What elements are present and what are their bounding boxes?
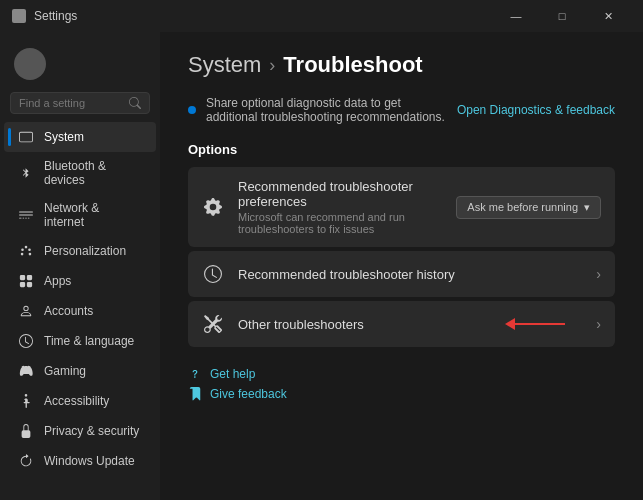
get-help-icon [188, 367, 202, 381]
sidebar-item-bluetooth[interactable]: Bluetooth & devices [4, 152, 156, 194]
windows-update-icon [18, 453, 34, 469]
privacy-icon [18, 423, 34, 439]
close-button[interactable]: ✕ [585, 0, 631, 32]
search-box[interactable] [10, 92, 150, 114]
search-input[interactable] [19, 97, 127, 109]
history-icon [202, 263, 224, 285]
dropdown-chevron-icon: ▾ [584, 201, 590, 214]
titlebar-title: Settings [34, 9, 77, 23]
dropdown-label: Ask me before running [467, 201, 578, 213]
bluetooth-label: Bluetooth & devices [44, 159, 142, 187]
other-troubleshooters-title: Other troubleshooters [238, 317, 582, 332]
time-label: Time & language [44, 334, 134, 348]
history-right: › [596, 266, 601, 282]
network-icon [18, 207, 34, 223]
maximize-button[interactable]: □ [539, 0, 585, 32]
other-chevron-right-icon: › [596, 316, 601, 332]
sidebar-item-windows-update[interactable]: Windows Update [4, 446, 156, 476]
other-right: › [596, 316, 601, 332]
username-label [54, 57, 57, 71]
sidebar-item-accessibility[interactable]: Accessibility [4, 386, 156, 416]
accounts-icon [18, 303, 34, 319]
gaming-icon [18, 363, 34, 379]
apps-label: Apps [44, 274, 71, 288]
bluetooth-icon [18, 165, 34, 181]
breadcrumb-parent[interactable]: System [188, 52, 261, 78]
sidebar-item-privacy[interactable]: Privacy & security [4, 416, 156, 446]
breadcrumb-separator: › [269, 55, 275, 76]
system-label: System [44, 130, 84, 144]
main-content: System › Troubleshoot Share optional dia… [160, 32, 643, 500]
personalization-icon [18, 243, 34, 259]
sidebar-item-personalization[interactable]: Personalization [4, 236, 156, 266]
accounts-label: Accounts [44, 304, 93, 318]
troubleshooter-history-text: Recommended troubleshooter history [238, 267, 582, 282]
give-feedback-link[interactable]: Give feedback [188, 387, 615, 401]
breadcrumb-current: Troubleshoot [283, 52, 422, 78]
app-body: System Bluetooth & devices Network & int… [0, 32, 643, 500]
search-icon [129, 97, 141, 109]
breadcrumb: System › Troubleshoot [188, 52, 615, 78]
sidebar-user [0, 40, 160, 88]
info-banner: Share optional diagnostic data to get ad… [188, 96, 615, 124]
minimize-button[interactable]: — [493, 0, 539, 32]
recommended-prefs-subtitle: Microsoft can recommend and run troubles… [238, 211, 442, 235]
give-feedback-icon [188, 387, 202, 401]
ask-before-running-dropdown[interactable]: Ask me before running ▾ [456, 196, 601, 219]
open-diagnostics-link[interactable]: Open Diagnostics & feedback [457, 103, 615, 117]
window-controls: — □ ✕ [493, 0, 631, 32]
sidebar-item-time[interactable]: Time & language [4, 326, 156, 356]
accessibility-icon [18, 393, 34, 409]
windows-update-label: Windows Update [44, 454, 135, 468]
recommended-prefs-option[interactable]: Recommended troubleshooter preferences M… [188, 167, 615, 247]
accessibility-label: Accessibility [44, 394, 109, 408]
footer-links: Get help Give feedback [188, 367, 615, 401]
troubleshooter-history-title: Recommended troubleshooter history [238, 267, 582, 282]
recommended-prefs-title: Recommended troubleshooter preferences [238, 179, 442, 209]
give-feedback-label: Give feedback [210, 387, 287, 401]
sidebar-item-system[interactable]: System [4, 122, 156, 152]
other-troubleshooters-text: Other troubleshooters [238, 317, 582, 332]
avatar [14, 48, 46, 80]
sidebar: System Bluetooth & devices Network & int… [0, 32, 160, 500]
other-troubleshooters-icon [202, 313, 224, 335]
troubleshooter-prefs-icon [202, 196, 224, 218]
troubleshooter-history-option[interactable]: Recommended troubleshooter history › [188, 251, 615, 297]
time-icon [18, 333, 34, 349]
personalization-label: Personalization [44, 244, 126, 258]
titlebar: Settings — □ ✕ [0, 0, 643, 32]
gaming-label: Gaming [44, 364, 86, 378]
get-help-label: Get help [210, 367, 255, 381]
apps-icon [18, 273, 34, 289]
sidebar-item-network[interactable]: Network & internet [4, 194, 156, 236]
options-section-label: Options [188, 142, 615, 157]
other-troubleshooters-option[interactable]: Other troubleshooters › [188, 301, 615, 347]
privacy-label: Privacy & security [44, 424, 139, 438]
network-label: Network & internet [44, 201, 142, 229]
app-icon [12, 9, 26, 23]
history-chevron-right-icon: › [596, 266, 601, 282]
sidebar-item-accounts[interactable]: Accounts [4, 296, 156, 326]
sidebar-item-gaming[interactable]: Gaming [4, 356, 156, 386]
sidebar-item-apps[interactable]: Apps [4, 266, 156, 296]
system-icon [18, 129, 34, 145]
info-banner-text: Share optional diagnostic data to get ad… [206, 96, 447, 124]
info-dot-icon [188, 106, 196, 114]
get-help-link[interactable]: Get help [188, 367, 615, 381]
recommended-prefs-right: Ask me before running ▾ [456, 196, 601, 219]
recommended-prefs-text: Recommended troubleshooter preferences M… [238, 179, 442, 235]
